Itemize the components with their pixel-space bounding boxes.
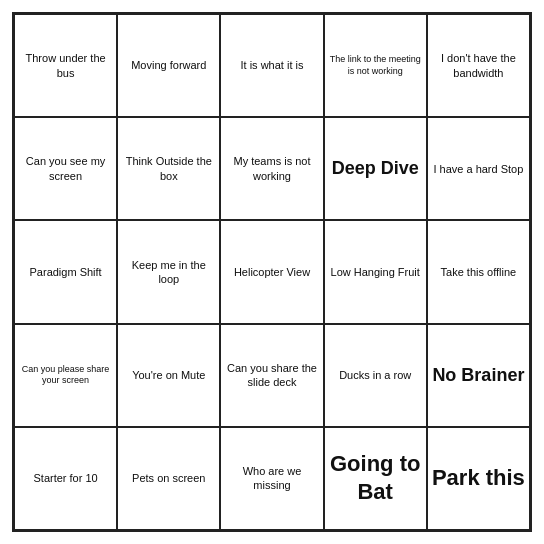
bingo-cell-r3c2[interactable]: Can you share the slide deck — [220, 324, 323, 427]
bingo-cell-r1c2[interactable]: My teams is not working — [220, 117, 323, 220]
bingo-cell-r1c3[interactable]: Deep Dive — [324, 117, 427, 220]
bingo-cell-r4c0[interactable]: Starter for 10 — [14, 427, 117, 530]
bingo-cell-r4c3[interactable]: Going to Bat — [324, 427, 427, 530]
bingo-cell-r0c0[interactable]: Throw under the bus — [14, 14, 117, 117]
bingo-cell-r2c2[interactable]: Helicopter View — [220, 220, 323, 323]
bingo-cell-r2c0[interactable]: Paradigm Shift — [14, 220, 117, 323]
bingo-cell-r1c1[interactable]: Think Outside the box — [117, 117, 220, 220]
bingo-cell-r2c1[interactable]: Keep me in the loop — [117, 220, 220, 323]
bingo-cell-r1c0[interactable]: Can you see my screen — [14, 117, 117, 220]
bingo-cell-r4c1[interactable]: Pets on screen — [117, 427, 220, 530]
bingo-cell-r0c3[interactable]: The link to the meeting is not working — [324, 14, 427, 117]
bingo-cell-r4c2[interactable]: Who are we missing — [220, 427, 323, 530]
bingo-cell-r2c4[interactable]: Take this offline — [427, 220, 530, 323]
bingo-cell-r3c3[interactable]: Ducks in a row — [324, 324, 427, 427]
bingo-cell-r1c4[interactable]: I have a hard Stop — [427, 117, 530, 220]
bingo-cell-r0c2[interactable]: It is what it is — [220, 14, 323, 117]
bingo-board: Throw under the busMoving forwardIt is w… — [12, 12, 532, 532]
bingo-cell-r3c1[interactable]: You're on Mute — [117, 324, 220, 427]
bingo-cell-r3c4[interactable]: No Brainer — [427, 324, 530, 427]
bingo-cell-r4c4[interactable]: Park this — [427, 427, 530, 530]
bingo-cell-r3c0[interactable]: Can you please share your screen — [14, 324, 117, 427]
bingo-cell-r0c1[interactable]: Moving forward — [117, 14, 220, 117]
bingo-cell-r0c4[interactable]: I don't have the bandwidth — [427, 14, 530, 117]
bingo-cell-r2c3[interactable]: Low Hanging Fruit — [324, 220, 427, 323]
